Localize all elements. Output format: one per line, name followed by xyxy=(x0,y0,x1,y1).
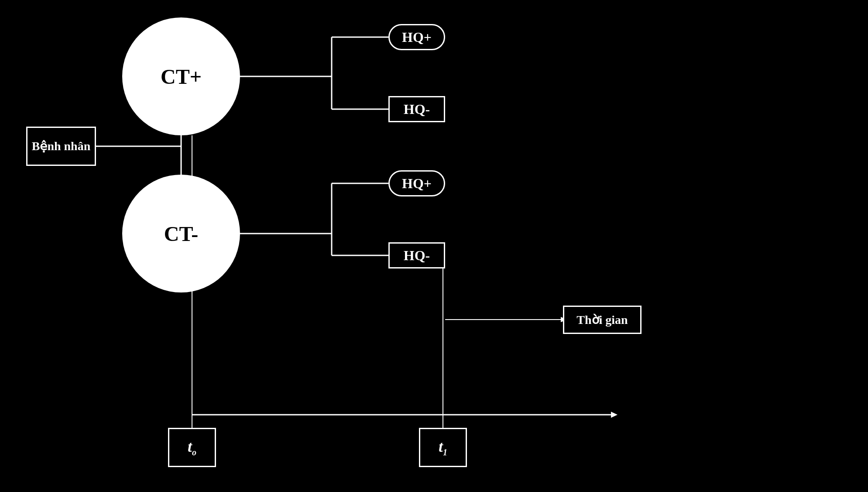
benh-nhan-box: Bệnh nhân xyxy=(26,127,96,166)
diagram-container: Bệnh nhân CT+ CT- HQ+ HQ- HQ+ HQ- to t1 … xyxy=(0,0,868,492)
hq-minus-top-label: HQ- xyxy=(404,101,430,117)
t1-label: t1 xyxy=(439,437,447,458)
thoi-gian-box: Thời gian xyxy=(563,306,642,334)
hq-plus-top-label: HQ+ xyxy=(402,29,432,45)
hq-minus-top-box: HQ- xyxy=(388,96,445,122)
t1-box: t1 xyxy=(419,428,467,467)
ct-plus-label: CT+ xyxy=(161,65,202,89)
thoi-gian-label: Thời gian xyxy=(576,313,628,327)
t0-label: to xyxy=(188,437,196,458)
t0-box: to xyxy=(168,428,216,467)
ct-minus-circle: CT- xyxy=(122,175,240,292)
ct-minus-label: CT- xyxy=(164,222,198,246)
hq-plus-bottom-label: HQ+ xyxy=(402,175,432,192)
hq-minus-bottom-box: HQ- xyxy=(388,242,445,268)
hq-minus-bottom-label: HQ- xyxy=(404,248,430,264)
svg-marker-17 xyxy=(611,412,618,418)
ct-plus-circle: CT+ xyxy=(122,17,240,135)
hq-plus-top-box: HQ+ xyxy=(388,24,445,50)
benh-nhan-label: Bệnh nhân xyxy=(32,138,91,154)
hq-plus-bottom-box: HQ+ xyxy=(388,170,445,196)
